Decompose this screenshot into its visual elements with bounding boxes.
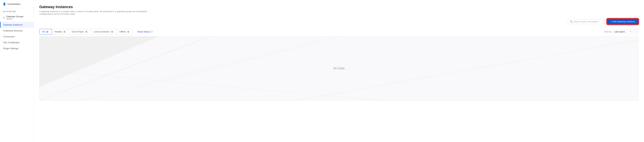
main-content: Gateway Instances A gateway instance is … [34,0,644,142]
no-data-area: No Data [39,36,638,101]
sidebar-user-label: Consumers [8,2,20,5]
tab-out-of-sync-count: 0 [85,31,88,33]
content-area: Gateway Instances A gateway instance is … [34,0,644,142]
sidebar: 👤 Consumers API Runtime ☷ Gateway Groups… [0,0,34,142]
svg-marker-4 [40,36,159,87]
tab-offline[interactable]: Offline 0 [116,29,133,34]
tab-offline-count: 0 [126,31,130,33]
sidebar-item-gateway-instances[interactable]: Gateway Instances [0,22,34,28]
sidebar-user[interactable]: 👤 Consumers [0,0,34,8]
search-box[interactable]: 🔍 Search name, description [568,19,605,24]
page-description: A gateway instance is a single node or s… [39,10,158,15]
gateway-groups-name: Gateway Groups [6,15,24,18]
tab-all[interactable]: All 0 [39,29,52,34]
tab-out-of-sync[interactable]: Out Of Sync 0 [69,29,91,34]
tab-lost-connection-count: 0 [110,31,114,33]
tab-lost-connection-label: Lost Connection [94,30,110,33]
sidebar-item-ssl-certificates[interactable]: SSL Certificates [0,40,34,45]
tab-healthy-count: 0 [63,31,66,33]
tab-offline-label: Offline [120,30,126,33]
gateway-groups-sub: default [6,18,24,20]
sidebar-gateway-groups[interactable]: ☷ Gateway Groups default [0,13,34,22]
user-icon: 👤 [3,2,6,5]
sidebar-item-plugin-settings[interactable]: Plugin Settings [0,45,34,51]
filter-row: All 0 Healthy 0 Out Of Sync 0 Lost Conne… [39,27,638,36]
tab-lost-connection[interactable]: Lost Connection 0 [91,29,116,34]
tab-out-of-sync-label: Out Of Sync [72,30,84,33]
sidebar-item-published-services[interactable]: Published Services [0,28,34,34]
tab-all-label: All [42,30,44,33]
sort-controls: Sort by Last report... Name Status ↕ [604,29,638,34]
no-data-text: No Data [333,67,344,70]
svg-line-2 [296,40,638,100]
filter-left: All 0 Healthy 0 Out Of Sync 0 Lost Conne… [39,29,153,34]
page-title: Gateway Instances [39,5,638,9]
sort-select-wrapper: Last report... Name Status [612,29,633,34]
sort-select[interactable]: Last report... Name Status [612,29,633,34]
svg-line-0 [40,36,210,100]
sort-label: Sort by [604,30,611,33]
page-header: Gateway Instances A gateway instance is … [39,5,638,15]
svg-line-1 [82,36,339,100]
sidebar-section-label: API Runtime [0,8,34,13]
info-icon: ⓘ [150,30,153,33]
gateway-groups-icon: ☷ [3,16,5,19]
svg-line-3 [40,70,382,100]
search-placeholder: Search name, description [574,20,598,23]
sort-direction-icon: ↕ [636,30,637,33]
sort-direction-button[interactable]: ↕ [634,29,638,34]
tab-healthy-label: Healthy [54,30,62,33]
filter-tabs: All 0 Healthy 0 Out Of Sync 0 Lost Conne… [39,29,133,34]
toolbar: 🔍 Search name, description + Add Gateway… [39,19,638,24]
add-gateway-instance-button[interactable]: + Add Gateway Instance [607,19,638,24]
tab-healthy[interactable]: Healthy 0 [52,29,69,34]
sidebar-item-consumers[interactable]: Consumers [0,34,34,40]
about-status-link[interactable]: About Status ⓘ [137,30,152,33]
tab-all-count: 0 [46,31,49,33]
search-icon: 🔍 [570,20,572,23]
